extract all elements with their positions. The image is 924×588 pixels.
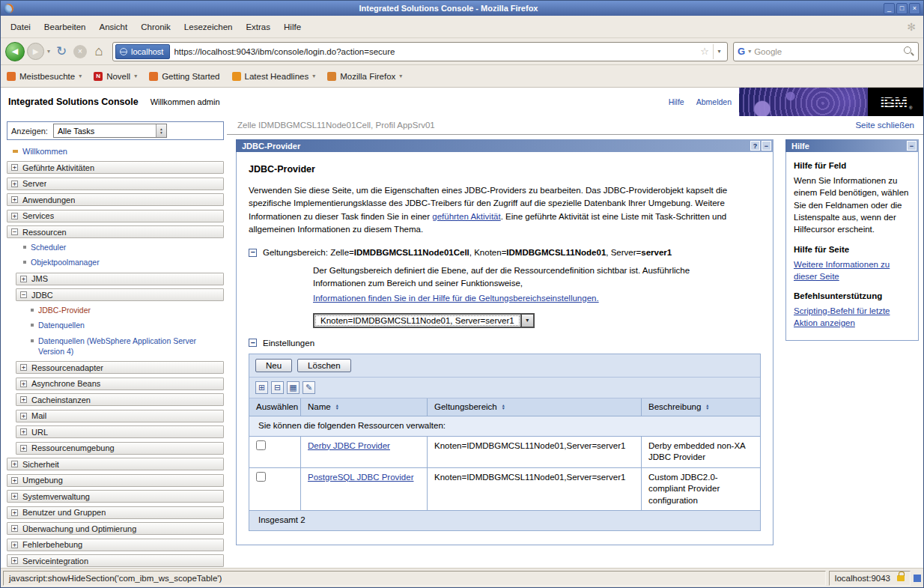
scope-help-link[interactable]: Informationen finden Sie in der Hilfe fü… <box>313 294 599 303</box>
menu-lesezeichen[interactable]: Lesezeichen <box>177 19 240 35</box>
reload-button[interactable]: ↻ <box>53 43 70 61</box>
expander-icon[interactable]: + <box>11 493 18 500</box>
row-checkbox[interactable] <box>256 440 266 450</box>
expander-icon[interactable]: + <box>11 525 18 532</box>
scope-select[interactable]: Knoten=IDMDBGMCSL11Node01, Server=server… <box>313 313 535 328</box>
sort-icon[interactable]: ▴▾ <box>336 404 338 410</box>
expander-icon[interactable]: + <box>20 428 27 435</box>
bookmark-novell[interactable]: NNovell▾ <box>94 72 137 81</box>
expander-icon[interactable]: + <box>11 509 18 516</box>
expander-icon[interactable]: + <box>11 557 18 564</box>
resize-grip[interactable] <box>914 575 921 582</box>
sidebar-item-server[interactable]: +Server <box>7 178 224 190</box>
sidebar-item-datenquellen[interactable]: Datenquellen <box>7 320 224 336</box>
sidebar-item-ressourcenumgebung[interactable]: +Ressourcenumgebung <box>16 442 224 455</box>
sidebar-item-mail[interactable]: +Mail <box>16 410 224 422</box>
sidebar-item-umgebung[interactable]: +Umgebung <box>7 474 224 487</box>
help-link-scripting-befehl-für-letzte-aktion-anzeigen[interactable]: Scripting-Befehl für letzte Aktion anzei… <box>794 305 911 329</box>
delete-button[interactable]: Löschen <box>297 359 350 372</box>
collapse-icon[interactable]: − <box>249 249 257 257</box>
sidebar-item-sicherheit[interactable]: +Sicherheit <box>7 458 224 470</box>
logout-link[interactable]: Abmelden <box>696 97 732 106</box>
bookmark-star-icon[interactable]: ☆ <box>700 46 709 57</box>
site-identity-badge[interactable]: localhost <box>115 44 170 59</box>
sidebar-item-url[interactable]: +URL <box>16 425 224 438</box>
show-filter-icon[interactable]: ▦ <box>287 381 300 394</box>
col-header-name[interactable]: Name▴▾ <box>301 398 427 416</box>
chevron-updown-icon[interactable]: ▴▾ <box>156 124 166 137</box>
menu-extras[interactable]: Extras <box>239 19 277 35</box>
sidebar-item-jdbc-provider[interactable]: JDBC-Provider <box>7 305 224 321</box>
url-bar[interactable]: localhost ☆ ▾ <box>112 42 728 61</box>
expander-icon[interactable]: + <box>20 364 27 371</box>
search-icon[interactable] <box>903 46 914 57</box>
menu-chronik[interactable]: Chronik <box>134 19 177 35</box>
title-bar[interactable]: Integrated Solutions Console - Mozilla F… <box>1 1 923 16</box>
select-all-icon[interactable]: ⊞ <box>255 381 268 394</box>
sidebar-item-scheduler[interactable]: Scheduler <box>7 242 224 258</box>
sidebar-item-jms[interactable]: +JMS <box>16 273 224 285</box>
expander-icon[interactable]: + <box>20 396 27 403</box>
sidebar-item-asynchrone-beans[interactable]: +Asynchrone Beans <box>16 378 224 390</box>
deselect-all-icon[interactable]: ⊟ <box>271 381 284 394</box>
col-header-select[interactable]: Auswählen <box>249 398 300 416</box>
sort-icon[interactable]: ▴▾ <box>706 404 708 410</box>
expander-icon[interactable]: − <box>20 291 27 298</box>
sidebar-item-geführte-aktivitäten[interactable]: +Geführte Aktivitäten <box>7 161 224 174</box>
expander-icon[interactable]: − <box>11 228 18 235</box>
expander-icon[interactable]: + <box>11 196 18 203</box>
back-button[interactable]: ◀ <box>5 42 25 61</box>
menu-hilfe[interactable]: Hilfe <box>277 19 308 35</box>
menu-ansicht[interactable]: Ansicht <box>92 19 134 35</box>
bookmark-getting-started[interactable]: Getting Started <box>149 72 219 81</box>
expander-icon[interactable]: + <box>20 445 27 452</box>
menu-bearbeiten[interactable]: Bearbeiten <box>37 19 93 35</box>
expander-icon[interactable]: + <box>11 461 18 467</box>
help-minimize-button[interactable]: − <box>907 141 917 151</box>
home-button[interactable]: ⌂ <box>91 43 107 61</box>
url-dropdown-button[interactable]: ▾ <box>713 44 725 59</box>
expander-icon[interactable]: + <box>11 213 18 219</box>
bookmark-meistbesuchte[interactable]: Meistbesuchte▾ <box>7 72 82 81</box>
expander-icon[interactable]: + <box>20 381 27 387</box>
close-page-link[interactable]: Seite schließen <box>855 121 914 130</box>
panel-help-button[interactable]: ? <box>750 141 760 151</box>
chevron-down-icon[interactable]: ▾ <box>520 315 533 327</box>
collapse-icon[interactable]: − <box>249 339 257 347</box>
forward-button[interactable]: ▶ <box>27 43 44 60</box>
new-button[interactable]: Neu <box>255 359 292 372</box>
search-bar[interactable]: G ▾ <box>733 42 919 61</box>
search-engine-dropdown-icon[interactable]: ▾ <box>747 48 752 55</box>
sidebar-item-services[interactable]: +Services <box>7 210 224 222</box>
guided-activity-link[interactable]: geführten Aktivität <box>432 212 500 221</box>
clear-filter-icon[interactable]: ✎ <box>303 381 315 394</box>
sidebar-item-ressourcen[interactable]: −Ressourcen <box>7 225 224 238</box>
minimize-button[interactable]: _ <box>884 3 895 14</box>
sidebar-item-systemverwaltung[interactable]: +Systemverwaltung <box>7 490 224 503</box>
expander-icon[interactable]: + <box>11 181 18 187</box>
view-select[interactable]: Alle Tasks ▴▾ <box>53 124 167 138</box>
panel-minimize-button[interactable]: − <box>762 141 771 151</box>
sidebar-item-serviceintegration[interactable]: +Serviceintegration <box>7 554 224 567</box>
console-help-link[interactable]: Hilfe <box>669 97 684 106</box>
sort-icon[interactable]: ▴▾ <box>502 404 505 410</box>
sidebar-item-fehlerbehebung[interactable]: +Fehlerbehebung <box>7 539 224 551</box>
sidebar-item-benutzer-und-gruppen[interactable]: +Benutzer und Gruppen <box>7 506 224 519</box>
provider-link-postgresql-jdbc-provider[interactable]: PostgreSQL JDBC Provider <box>308 473 413 482</box>
close-button[interactable]: × <box>909 3 920 14</box>
expander-icon[interactable]: + <box>20 413 27 419</box>
sidebar-item-datenquellen-websphere-application-server-version-4[interactable]: Datenquellen (WebSphere Application Serv… <box>7 336 224 361</box>
expander-icon[interactable]: + <box>11 477 18 484</box>
maximize-button[interactable]: □ <box>896 3 908 14</box>
expander-icon[interactable]: + <box>20 276 27 282</box>
expander-icon[interactable]: + <box>11 164 18 171</box>
row-checkbox[interactable] <box>256 472 266 482</box>
sidebar-item-cacheinstanzen[interactable]: +Cacheinstanzen <box>16 393 224 406</box>
sidebar-item-anwendungen[interactable]: +Anwendungen <box>7 193 224 206</box>
stop-button[interactable]: × <box>72 43 88 61</box>
sidebar-item-willkommen[interactable]: Willkommen <box>7 145 224 161</box>
provider-link-derby-jdbc-provider[interactable]: Derby JDBC Provider <box>308 441 390 450</box>
help-link-weitere-informationen-zu-dieser-seite[interactable]: Weitere Informationen zu dieser Seite <box>794 258 911 282</box>
menu-datei[interactable]: Datei <box>4 19 37 35</box>
search-input[interactable] <box>754 47 901 56</box>
